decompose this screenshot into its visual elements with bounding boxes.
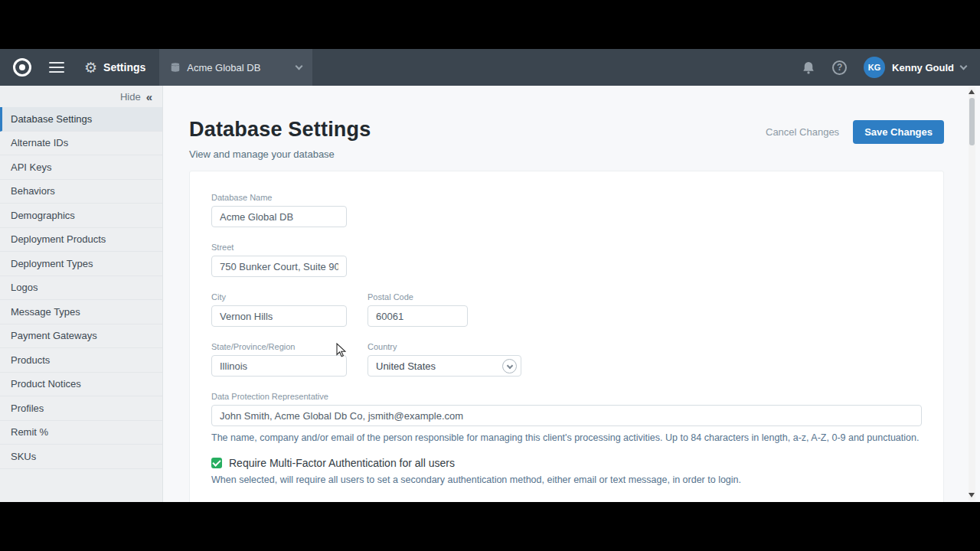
sidebar-item-label: Product Notices xyxy=(11,378,81,390)
sidebar-item-database-settings[interactable]: Database Settings xyxy=(0,107,162,132)
state-input[interactable] xyxy=(211,355,347,377)
database-selector-dropdown[interactable]: Acme Global DB xyxy=(159,49,312,86)
mfa-checkbox[interactable] xyxy=(211,458,222,468)
main-content: Database Settings View and manage your d… xyxy=(163,86,980,502)
notifications-bell-icon[interactable] xyxy=(802,60,815,75)
nav-settings[interactable]: ⚙ Settings xyxy=(84,60,145,75)
city-input[interactable] xyxy=(211,305,347,327)
street-field-group: Street xyxy=(211,243,922,277)
database-icon xyxy=(170,61,181,73)
bullseye-logo-icon xyxy=(13,58,31,77)
sidebar-item-profiles[interactable]: Profiles xyxy=(0,396,162,421)
sidebar-item-label: Database Settings xyxy=(11,113,92,125)
state-field-group: State/Province/Region xyxy=(211,342,347,377)
dpr-help-text: The name, company and/or email of the pe… xyxy=(211,432,922,443)
city-postal-row: City Postal Code xyxy=(211,292,922,327)
sidebar-item-label: API Keys xyxy=(11,161,51,173)
sidebar-item-logos[interactable]: Logos xyxy=(0,276,162,301)
help-icon[interactable]: ? xyxy=(832,60,847,75)
sidebar-item-label: Message Types xyxy=(11,306,80,318)
database-name-label: Database Name xyxy=(211,193,922,202)
layout: Hide « Database Settings Alternate IDs A… xyxy=(0,86,980,502)
page-title: Database Settings xyxy=(189,118,371,142)
app-logo[interactable] xyxy=(0,58,44,77)
sidebar-item-behaviors[interactable]: Behaviors xyxy=(0,180,162,204)
country-label: Country xyxy=(368,342,521,351)
street-input[interactable] xyxy=(211,256,347,277)
city-label: City xyxy=(211,292,347,302)
sidebar-item-label: Deployment Types xyxy=(11,258,93,269)
dpr-input[interactable] xyxy=(211,405,922,426)
postal-code-input[interactable] xyxy=(368,305,468,327)
mfa-help-text: When selected, will require all users to… xyxy=(211,474,922,485)
postal-code-field-group: Postal Code xyxy=(368,292,468,327)
sidebar-item-label: Payment Gateways xyxy=(11,330,97,341)
state-label: State/Province/Region xyxy=(211,342,347,351)
avatar: KG xyxy=(864,57,885,78)
top-navbar: ⚙ Settings Acme Global DB ? KG Kenny Gou… xyxy=(0,49,980,86)
mfa-label: Require Multi-Factor Authentication for … xyxy=(229,457,455,469)
state-country-row: State/Province/Region Country United Sta… xyxy=(211,342,922,377)
chevron-down-icon xyxy=(296,63,303,70)
scrollbar-thumb[interactable] xyxy=(969,98,975,145)
sidebar-item-alternate-ids[interactable]: Alternate IDs xyxy=(0,132,162,156)
sidebar-item-product-notices[interactable]: Product Notices xyxy=(0,373,162,397)
sidebar: Hide « Database Settings Alternate IDs A… xyxy=(0,86,163,502)
database-selector-value: Acme Global DB xyxy=(187,62,290,73)
database-name-input[interactable] xyxy=(211,206,347,227)
sidebar-item-label: Remit % xyxy=(11,426,48,438)
city-field-group: City xyxy=(211,292,347,327)
dpr-label: Data Protection Representative xyxy=(211,392,922,401)
app-window: ⚙ Settings Acme Global DB ? KG Kenny Gou… xyxy=(0,49,980,502)
country-select[interactable]: United States xyxy=(368,355,521,377)
navbar-right: ? KG Kenny Gould xyxy=(802,57,980,78)
country-select-value: United States xyxy=(376,360,436,372)
user-name: Kenny Gould xyxy=(892,62,954,73)
sidebar-item-products[interactable]: Products xyxy=(0,348,162,373)
sidebar-item-label: Deployment Products xyxy=(11,233,106,245)
save-changes-button[interactable]: Save Changes xyxy=(853,120,944,144)
sidebar-item-label: Demographics xyxy=(11,210,75,221)
sidebar-item-api-keys[interactable]: API Keys xyxy=(0,155,162,180)
page-subtitle: View and manage your database xyxy=(189,148,371,160)
sidebar-item-label: Logos xyxy=(11,282,38,293)
settings-form-card: Database Name Street City Postal C xyxy=(189,171,944,502)
sidebar-item-label: SKUs xyxy=(11,451,36,462)
content-header: Database Settings View and manage your d… xyxy=(163,86,980,160)
header-actions: Cancel Changes Save Changes xyxy=(766,120,944,144)
nav-settings-label: Settings xyxy=(103,61,145,73)
screen: ⚙ Settings Acme Global DB ? KG Kenny Gou… xyxy=(0,0,980,551)
scroll-down-icon[interactable] xyxy=(969,493,975,497)
sidebar-item-deployment-types[interactable]: Deployment Types xyxy=(0,252,162,276)
sidebar-item-demographics[interactable]: Demographics xyxy=(0,204,162,228)
chevron-down-icon xyxy=(960,63,968,70)
sidebar-item-skus[interactable]: SKUs xyxy=(0,445,162,469)
sidebar-item-label: Behaviors xyxy=(11,185,55,197)
dpr-field-group: Data Protection Representative The name,… xyxy=(211,392,922,443)
database-name-field-group: Database Name xyxy=(211,193,922,227)
sidebar-item-deployment-products[interactable]: Deployment Products xyxy=(0,228,162,253)
sidebar-item-label: Alternate IDs xyxy=(11,137,68,148)
street-label: Street xyxy=(211,243,922,252)
country-field-group: Country United States xyxy=(368,342,521,377)
gear-icon: ⚙ xyxy=(84,60,97,75)
hide-label: Hide xyxy=(120,91,141,103)
collapse-sidebar-icon: « xyxy=(146,90,152,103)
cancel-changes-button[interactable]: Cancel Changes xyxy=(766,126,839,138)
sidebar-hide-button[interactable]: Hide « xyxy=(0,86,162,107)
sidebar-item-payment-gateways[interactable]: Payment Gateways xyxy=(0,324,162,349)
vertical-scrollbar[interactable] xyxy=(969,86,975,500)
user-menu[interactable]: KG Kenny Gould xyxy=(864,57,966,78)
sidebar-item-label: Profiles xyxy=(11,403,44,414)
mfa-row: Require Multi-Factor Authentication for … xyxy=(211,457,922,469)
sidebar-item-message-types[interactable]: Message Types xyxy=(0,300,162,324)
postal-code-label: Postal Code xyxy=(368,292,468,302)
sidebar-item-remit[interactable]: Remit % xyxy=(0,421,162,445)
scroll-up-icon[interactable] xyxy=(969,90,975,94)
hamburger-menu-icon[interactable] xyxy=(49,62,64,73)
sidebar-item-label: Products xyxy=(11,354,50,366)
select-chevron-icon xyxy=(502,359,517,373)
